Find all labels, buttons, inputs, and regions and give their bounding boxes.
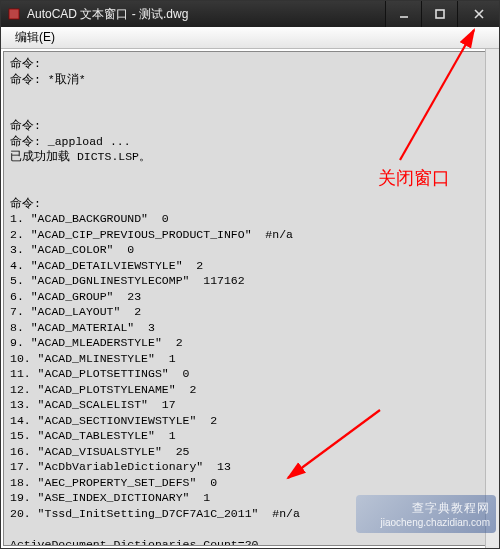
vertical-scrollbar[interactable] bbox=[485, 49, 499, 548]
window-buttons bbox=[385, 1, 499, 27]
terminal-output[interactable]: 命令: 命令: *取消* 命令: 命令: _appload ... 已成功加载 … bbox=[3, 51, 497, 546]
text-window: AutoCAD 文本窗口 - 测试.dwg 编辑(E) 命令: 命令: *取消*… bbox=[0, 0, 500, 549]
svg-rect-0 bbox=[9, 9, 19, 19]
close-button[interactable] bbox=[457, 1, 499, 27]
window-title: AutoCAD 文本窗口 - 测试.dwg bbox=[27, 6, 385, 23]
minimize-button[interactable] bbox=[385, 1, 421, 27]
menubar: 编辑(E) bbox=[1, 27, 499, 49]
menu-edit[interactable]: 编辑(E) bbox=[7, 27, 63, 48]
svg-rect-2 bbox=[436, 10, 444, 18]
titlebar[interactable]: AutoCAD 文本窗口 - 测试.dwg bbox=[1, 1, 499, 27]
maximize-button[interactable] bbox=[421, 1, 457, 27]
app-icon bbox=[7, 7, 21, 21]
